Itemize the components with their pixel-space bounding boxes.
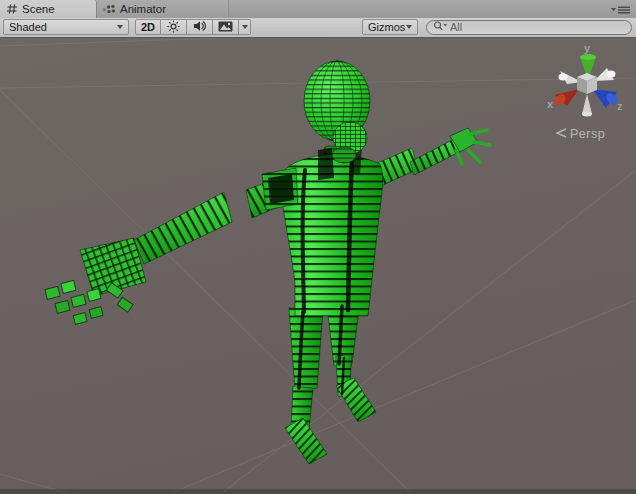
audio-toggle-button[interactable] xyxy=(187,19,213,35)
effects-icon xyxy=(218,21,233,34)
search-value: All xyxy=(450,21,462,34)
tab-animator[interactable]: Animator xyxy=(97,0,229,18)
scene-grid-icon xyxy=(6,3,18,15)
search-icon xyxy=(433,20,448,34)
y-axis-label: y xyxy=(584,42,591,54)
unity-scene-view-window: Scene Animator Shaded xyxy=(0,0,636,494)
gizmos-label: Gizmos xyxy=(368,21,405,33)
toggle-2d-button[interactable]: 2D xyxy=(135,19,161,35)
gizmos-caret-icon xyxy=(406,25,412,29)
projection-label: Persp xyxy=(570,127,605,141)
gizmo-cube[interactable] xyxy=(577,73,597,94)
search-filter-caret-icon xyxy=(444,24,448,27)
effects-caret-icon xyxy=(242,25,248,29)
shading-dropdown-caret-icon xyxy=(117,25,123,29)
view-toggle-group: 2D xyxy=(135,19,251,35)
scene-toolbar: Shaded 2D xyxy=(0,18,636,38)
tab-bar: Scene Animator xyxy=(0,0,636,18)
animator-icon xyxy=(103,3,116,15)
model-left-shoulder xyxy=(262,168,298,210)
gizmos-dropdown[interactable]: Gizmos xyxy=(362,19,418,35)
tab-scene-label: Scene xyxy=(22,3,55,15)
tab-scene[interactable]: Scene xyxy=(0,0,97,18)
z-axis-label: z xyxy=(617,100,623,112)
tab-animator-label: Animator xyxy=(120,3,166,15)
scene-viewport[interactable]: y x z Persp xyxy=(0,38,636,494)
shading-mode-label: Shaded xyxy=(9,21,47,33)
search-field[interactable]: All xyxy=(426,20,632,35)
effects-dropdown-button[interactable] xyxy=(239,19,251,35)
viewport-canvas[interactable]: y x z Persp xyxy=(0,38,636,494)
effects-toggle-button[interactable] xyxy=(213,19,239,35)
viewport-bottom-edge xyxy=(0,489,636,494)
window-menu-icon[interactable] xyxy=(606,2,636,18)
x-axis-label: x xyxy=(547,98,554,110)
light-icon xyxy=(167,20,180,35)
lighting-toggle-button[interactable] xyxy=(161,19,187,35)
tabbar-empty-space xyxy=(229,0,606,18)
shading-mode-dropdown[interactable]: Shaded xyxy=(3,19,129,35)
audio-icon xyxy=(193,20,206,34)
